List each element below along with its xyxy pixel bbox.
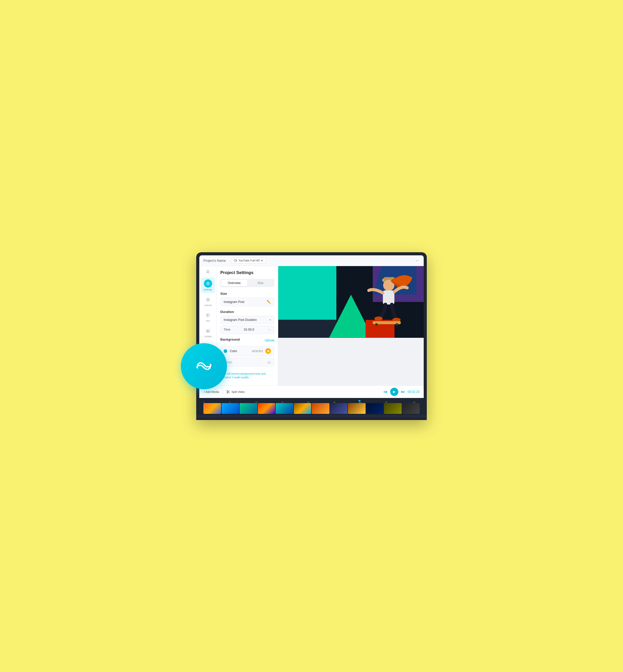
app-container: Project's Name YouTube Full HD ▾ ← (199, 255, 424, 416)
settings-label: Settings (204, 288, 212, 291)
duration-chevron-icon: ▾ (269, 318, 271, 322)
playback-divider (222, 390, 223, 394)
preset-label: YouTube Full HD (238, 259, 260, 262)
time-row: Time 01:00.0 ↔ (220, 326, 274, 334)
timeline-thumb-10 (366, 403, 384, 414)
image-label: Image (224, 360, 264, 364)
back-button[interactable]: ← (416, 258, 420, 263)
settings-icon (206, 281, 210, 285)
skater-svg (329, 266, 424, 338)
size-input-row[interactable]: Instagram Post ✏️ (220, 298, 274, 306)
image-row[interactable]: Image ☁️ (220, 358, 274, 366)
timeline-thumb-9 (348, 403, 365, 414)
duration-dropdown-label: Instagram Post Duration (224, 318, 257, 322)
outer-wrapper: Project's Name YouTube Full HD ▾ ← (196, 252, 427, 420)
video-icon (234, 259, 237, 262)
svg-point-21 (375, 323, 378, 326)
time-label: Time (224, 328, 230, 331)
time-value: 01:00.0 (244, 328, 254, 331)
timeline-thumb-8 (330, 403, 348, 414)
laptop-screen: Project's Name YouTube Full HD ▾ ← (199, 255, 424, 416)
time-highlight: 23 (416, 390, 420, 394)
timeline-thumb-4 (258, 403, 275, 414)
timeline-thumb-6 (294, 403, 312, 414)
timeline-thumb-3 (239, 403, 257, 414)
text-icon: T (204, 312, 212, 319)
sidebar-item-subtitle[interactable]: Subtitle (201, 325, 215, 340)
logo-circle (181, 343, 227, 389)
bg-section-label: Background (220, 338, 240, 341)
sidebar-item-settings[interactable]: Settings (201, 277, 215, 293)
playback-bar: + Add Media Split Video ⏮ ▶ (199, 386, 424, 398)
timeline-ruler: 0 5 10 15 20 25 30 35 40 (203, 399, 420, 403)
text-label: Text (206, 319, 210, 322)
color-picker-button[interactable] (265, 348, 271, 354)
duration-dropdown[interactable]: Instagram Post Duration ▾ (220, 316, 274, 324)
panel-title: Project Settings (220, 270, 274, 275)
timeline: 0 5 10 15 20 25 30 35 40 (199, 398, 424, 416)
sidebar-item-text[interactable]: T Text (201, 310, 215, 324)
svg-rect-0 (234, 259, 236, 262)
timeline-thumb-11 (384, 403, 402, 414)
subtitle-label: Subtitle (204, 335, 212, 338)
video-panel (278, 266, 424, 386)
laptop-shell: Project's Name YouTube Full HD ▾ ← (196, 252, 427, 420)
svg-point-1 (207, 283, 209, 284)
split-video-button[interactable]: Split Video (227, 390, 245, 394)
color-label: Color (230, 349, 249, 353)
main-row: ☰ Settings (199, 266, 424, 386)
project-name: Project's Name (203, 259, 226, 263)
image-upload-icon[interactable]: ☁️ (267, 360, 271, 364)
tab-row: Overview Size (220, 279, 274, 287)
tab-size[interactable]: Size (247, 280, 274, 286)
notice-span: udio will remove background noise and en… (221, 372, 266, 379)
svg-point-18 (374, 316, 382, 320)
scissors-icon (227, 390, 230, 394)
size-value: Instagram Post (224, 300, 244, 304)
color-picker-icon (267, 349, 270, 353)
playback-controls: ⏮ ▶ ⏭ 00:02:23 (384, 388, 420, 396)
tab-overview[interactable]: Overview (221, 280, 247, 286)
preset-selector[interactable]: YouTube Full HD ▾ (231, 257, 266, 264)
time-display: 00:02:23 (408, 390, 420, 394)
timeline-thumb-5 (276, 403, 293, 414)
timeline-thumb-7 (312, 403, 329, 414)
timeline-thumb-12 (402, 403, 420, 414)
notice-text: udio will remove background noise and en… (220, 370, 274, 381)
color-dot (224, 349, 227, 353)
settings-icon-circle (204, 279, 212, 287)
svg-point-22 (395, 323, 398, 326)
bg-section-header: Background Upload (220, 338, 274, 343)
add-media-button[interactable]: + Add Media (203, 390, 219, 393)
svg-point-23 (227, 390, 228, 391)
timeline-thumb-2 (221, 403, 239, 414)
svg-rect-7 (206, 330, 209, 331)
bg-upload-link[interactable]: Upload (265, 339, 274, 342)
size-section-label: Size (220, 292, 274, 296)
upload-icon (204, 296, 212, 303)
skate-scene (278, 266, 424, 338)
timeline-thumb-1 (203, 403, 221, 414)
subtitle-icon (204, 327, 212, 334)
svg-text:T: T (207, 314, 208, 317)
sidebar-item-upload[interactable]: Upload (201, 294, 215, 309)
upload-label: Upload (204, 304, 212, 307)
top-bar: Project's Name YouTube Full HD ▾ ← (199, 255, 424, 266)
svg-point-13 (267, 350, 269, 352)
svg-rect-6 (206, 331, 210, 332)
hamburger-menu[interactable]: ☰ (205, 268, 211, 275)
preset-chevron: ▾ (261, 259, 263, 262)
svg-rect-17 (383, 291, 394, 305)
add-media-label: + Add Media (203, 390, 219, 393)
play-button[interactable]: ▶ (390, 388, 398, 396)
svg-point-24 (227, 392, 228, 393)
split-video-label: Split Video (231, 390, 245, 393)
color-row[interactable]: Color #836363 (220, 346, 274, 356)
time-arrows-icon[interactable]: ↔ (268, 328, 271, 332)
forward-button[interactable]: ⏭ (401, 390, 405, 394)
laptop-base (196, 416, 427, 420)
edit-icon[interactable]: ✏️ (267, 300, 271, 304)
timeline-strip (203, 403, 420, 414)
rewind-button[interactable]: ⏮ (384, 390, 388, 394)
color-value: #836363 (252, 349, 263, 353)
